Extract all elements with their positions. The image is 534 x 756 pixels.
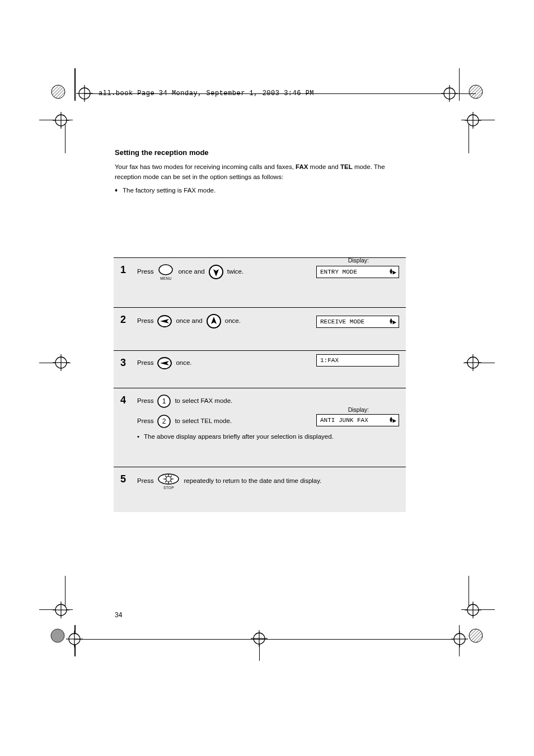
step-4b-before: Press: [137, 416, 153, 426]
step-5-num: 5: [120, 474, 132, 484]
svg-point-2: [79, 88, 90, 99]
svg-point-12: [467, 115, 479, 126]
step-4: Display: ANTI JUNK FAX ▲▼▶ 4 Press 1: [114, 388, 406, 467]
lcd-arrow-icon: ▲▼▶: [390, 269, 396, 276]
svg-point-21: [55, 604, 67, 616]
step-4b-after: to select TEL mode.: [175, 416, 232, 426]
svg-point-9: [55, 115, 67, 126]
enter-key: [157, 314, 172, 328]
content-area: Setting the reception mode Your fax has …: [115, 148, 406, 195]
step-3-after: once.: [176, 358, 191, 368]
display-label-1: Display:: [348, 257, 369, 264]
step-2-after: once.: [225, 316, 241, 326]
digit-2-key: 2: [157, 414, 171, 429]
step-2-num: 2: [120, 314, 132, 325]
menu-key: MENU: [157, 264, 175, 281]
svg-point-31: [69, 633, 80, 645]
lcd-arrow-icon: ▲▼▶: [390, 417, 396, 424]
intro-paragraph: Your fax has two modes for receiving inc…: [115, 162, 406, 182]
intro-bullet: The factory setting is FAX mode.: [115, 186, 406, 196]
step-2-before: Press: [137, 316, 153, 326]
step-4-num: 4: [120, 395, 132, 405]
svg-point-5: [469, 85, 483, 98]
section-title: Setting the reception mode: [115, 148, 406, 157]
svg-point-18: [467, 357, 479, 368]
step-3: Display: 1:FAX 3 Press once.: [114, 351, 406, 388]
svg-point-38: [159, 265, 172, 275]
step-1: Display: ENTRY MODE ▲▼▶ 1 Press MENU onc…: [114, 258, 406, 308]
svg-point-27: [254, 633, 265, 644]
steps-panel: Display: ENTRY MODE ▲▼▶ 1 Press MENU onc…: [114, 257, 406, 512]
svg-point-6: [444, 88, 455, 99]
step-3-num: 3: [120, 358, 132, 368]
intro-mid: mode and: [308, 163, 340, 170]
step-5-before: Press: [137, 476, 153, 486]
svg-point-34: [469, 629, 483, 642]
intro-prefix: Your fax has two modes for receiving inc…: [115, 163, 296, 170]
display-label-4: Display:: [348, 406, 369, 413]
step-4a-before: Press: [137, 396, 153, 406]
digit-1-label: 1: [162, 397, 166, 405]
step-3-before: Press: [137, 358, 153, 368]
lcd-3-text: 1:FAX: [320, 357, 339, 364]
step-1-after: twice.: [227, 267, 243, 277]
lcd-2-text: RECEIVE MODE: [320, 318, 364, 325]
stop-key: STOP: [157, 473, 180, 490]
header-line: all.book Page 34 Monday, September 1, 20…: [99, 90, 314, 97]
step-2-mid: once and: [176, 316, 202, 326]
intro-tel: TEL: [340, 163, 353, 170]
step-1-before: Press: [137, 267, 153, 277]
step-4a-after: to select FAX mode.: [175, 396, 232, 406]
lcd-arrow-icon: ▲▼▶: [390, 318, 396, 326]
step-1-num: 1: [120, 265, 132, 275]
step-1-mid: once and: [178, 267, 204, 277]
lcd-4-text: ANTI JUNK FAX: [320, 417, 368, 424]
lcd-1-text: ENTRY MODE: [320, 269, 357, 275]
step-4-bullet: The above display appears briefly after …: [137, 432, 399, 442]
lcd-3: 1:FAX: [316, 354, 399, 367]
page-number: 34: [115, 611, 122, 619]
svg-point-30: [51, 629, 64, 642]
lcd-1: ENTRY MODE ▲▼▶: [316, 266, 399, 278]
step-5: 5 Press: [114, 467, 406, 512]
enter-key: [157, 356, 172, 370]
digit-2-label: 2: [162, 417, 166, 425]
stop-key-label: STOP: [163, 486, 174, 490]
menu-key-label: MENU: [160, 277, 171, 281]
intro-fax: FAX: [296, 163, 308, 170]
up-key: [206, 313, 222, 329]
down-key: [208, 264, 224, 280]
svg-point-15: [55, 357, 67, 368]
step-5-after: repeatedly to return to the date and tim…: [184, 476, 321, 486]
digit-1-key: 1: [157, 394, 171, 408]
svg-point-1: [51, 85, 65, 98]
lcd-2: RECEIVE MODE ▲▼▶: [316, 316, 399, 328]
svg-point-35: [454, 633, 465, 645]
lcd-4: ANTI JUNK FAX ▲▼▶: [316, 414, 399, 426]
svg-point-24: [467, 604, 479, 616]
step-2: RECEIVE MODE ▲▼▶ 2 Press once and: [114, 308, 406, 351]
